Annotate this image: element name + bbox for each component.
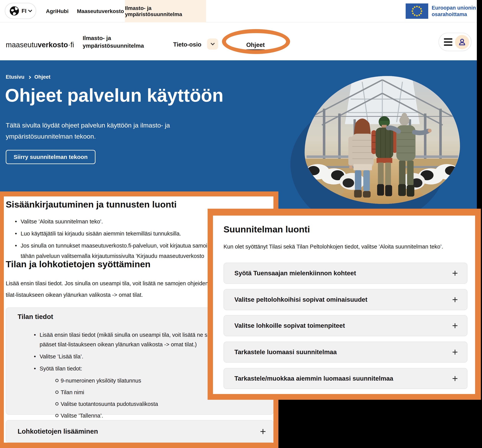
list-item: Valitse ’Aloita suunnitelman teko’. [15,216,213,227]
plus-icon[interactable]: + [260,426,266,437]
hamburger-icon [444,38,452,40]
chevron-down-icon [28,8,32,12]
tieto-osio-dropdown-button[interactable] [207,39,218,50]
logo-prefix: maaseutu [6,41,38,49]
accordion-lohkojen-toimenpiteet[interactable]: Valitse lohkoille sopivat toimenpiteet + [223,315,467,336]
accordion-title: Tarkastele luomaasi suunnitelmaa [234,342,337,362]
login-bullet-list: Valitse ’Aloita suunnitelman teko’. Luo … [15,216,213,263]
accordion-title: Valitse peltolohkoihisi sopivat ominaisu… [234,289,367,310]
accordion-peltolohkojen-ominaisuudet[interactable]: Valitse peltolohkoihisi sopivat ominaisu… [223,289,467,310]
accordion-title: Lohkotietojen lisääminen [18,420,98,442]
breadcrumb-current: Ohjeet [34,74,50,80]
plan-section-intro: Kun olet syöttänyt Tilasi sekä Tilan Pel… [223,244,443,250]
plus-icon[interactable]: + [452,295,458,304]
plus-icon[interactable]: + [452,347,458,357]
nav-item-tieto-osio[interactable]: Tieto-osio [173,41,201,48]
accordion-lohkotietojen-lisaaminen[interactable]: Lohkotietojen lisääminen + [6,420,273,443]
page-title: Ohjeet palvelun käyttöön [5,85,223,106]
logo-suffix: ·fi [68,41,74,49]
topbar-link-maaseutuverkosto[interactable]: Maaseutuverkosto [77,0,124,22]
user-account-button[interactable] [455,35,469,49]
hamburger-menu-button[interactable] [444,38,452,46]
go-to-plan-button[interactable]: Siirry suunnitelman tekoon [6,150,95,164]
breadcrumb: Etusivu Ohjeet [6,74,50,80]
header-menu-pill [439,33,472,51]
eu-funding-badge: Euroopan unionin osarahoittama [406,3,476,19]
breadcrumb-home[interactable]: Etusivu [6,74,24,80]
accordion-title: Syötä Tuensaajan mielenkiinnon kohteet [234,263,356,283]
globe-icon [9,6,19,16]
eu-flag-icon [406,3,428,19]
list-item: Luo käyttäjätili tai kirjaudu sisään aie… [15,228,213,239]
accordion-tarkastele-suunnitelmaa[interactable]: Tarkastele luomaasi suunnitelmaa + [223,342,467,363]
top-utility-bar: FI AgriHubi Maaseutuverkosto Ilmasto- ja… [0,0,477,22]
list-item: Valitse tuotantosuunta pudotusvalikosta [55,399,248,409]
topbar-highlight-label: Ilmasto- ja ympäristösuunnitelma [125,5,206,17]
chevron-right-icon [28,76,31,79]
barn-scene-illustration [305,76,460,204]
plus-icon[interactable]: + [452,268,458,278]
accordion-title: Tarkastele/muokkaa aiemmin luomaasi suun… [234,368,393,389]
plan-panel: Suunnitelman luonti Kun olet syöttänyt T… [213,216,475,394]
topbar-link-ilmasto-ja-ymparistosuunnitelma[interactable]: Ilmasto- ja ympäristösuunnitelma [125,0,206,22]
farm-section-intro: Lisää ensin tilasi tiedot. Jos sinulla o… [6,278,208,301]
person-icon [458,38,466,47]
plan-section-title: Suunnitelman luonti [223,224,310,234]
login-section-title: Sisäänkirjautuminen ja tunnusten luonti [6,199,177,210]
topbar-link-agrihubi[interactable]: AgriHubi [46,0,69,22]
eu-badge-line1: Euroopan unionin [432,5,476,11]
accordion-tuensaajan-kohteet[interactable]: Syötä Tuensaajan mielenkiinnon kohteet + [223,263,467,284]
page-subtitle: Tältä sivulta löydät ohjeet palvelun käy… [6,120,170,142]
chevron-down-icon [211,41,214,45]
accordion-tarkastele-muokkaa-aiempaa[interactable]: Tarkastele/muokkaa aiemmin luomaasi suun… [223,368,467,389]
logo-bold: verkosto [38,41,68,49]
annotation-ellipse-around-ohjeet [222,29,290,54]
farm-section-title: Tilan ja lohkotietojen syöttäminen [6,259,150,269]
list-item: Valitse ’Tallenna’. [55,411,248,420]
language-selector[interactable]: FI [5,3,36,19]
product-name: Ilmasto- ja ympäristösuunnitelma [83,34,144,50]
eu-badge-line2: osarahoittama [432,11,476,18]
accordion-title: Tilan tiedot [18,313,53,320]
list-item: Jos sinulla on tunnukset maaseutuverkost… [15,240,213,261]
plus-icon[interactable]: + [452,321,458,331]
plus-icon[interactable]: + [452,374,458,384]
hero-image-barn-photo [305,76,460,204]
accordion-title: Valitse lohkoille sopivat toimenpiteet [234,315,345,336]
annotation-rect-plan-section: Suunnitelman luonti Kun olet syöttänyt T… [208,209,481,400]
language-code: FI [22,8,27,14]
site-logo[interactable]: maaseutuverkosto·fi [6,41,74,49]
